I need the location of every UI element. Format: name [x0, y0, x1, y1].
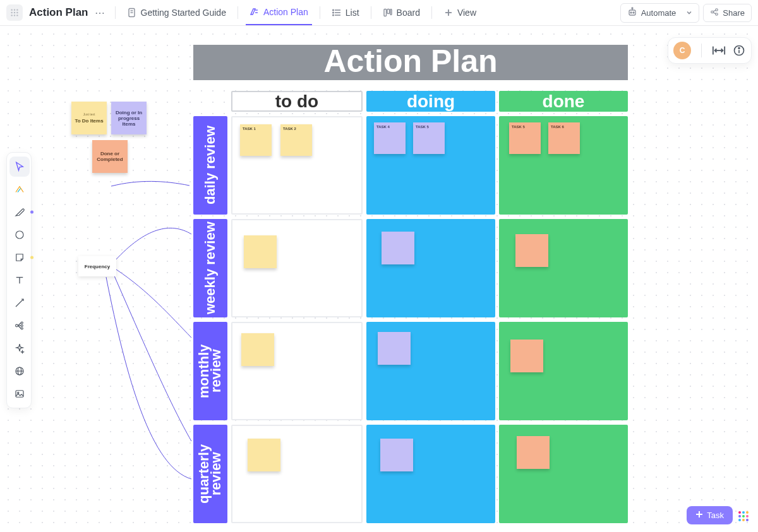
- sticky-task-2[interactable]: TASK 2: [280, 124, 312, 156]
- tool-mindmap[interactable]: [9, 316, 30, 336]
- action-plan-board: Action Plan to do doing done daily revie…: [193, 45, 628, 523]
- tool-shape[interactable]: [9, 225, 30, 245]
- topbar: Action Plan ⋯ Getting Started Guide Acti…: [0, 0, 758, 26]
- tab-label: View: [457, 8, 476, 18]
- tool-connector[interactable]: [9, 293, 30, 313]
- row-label-daily: daily review: [193, 116, 227, 215]
- cell-quarterly-doing[interactable]: [366, 425, 495, 523]
- tab-list[interactable]: List: [328, 0, 363, 25]
- tab-action-plan[interactable]: Action Plan: [246, 0, 312, 25]
- share-button[interactable]: Share: [703, 4, 752, 22]
- legend-todo-label: To Do Items: [75, 118, 103, 124]
- svg-point-38: [16, 324, 18, 327]
- list-icon: [332, 8, 342, 18]
- tab-getting-started[interactable]: Getting Started Guide: [123, 0, 230, 25]
- svg-point-19: [332, 15, 334, 16]
- svg-point-59: [742, 511, 745, 514]
- sticky-monthly-todo[interactable]: [241, 333, 274, 366]
- legend-doing-sticky[interactable]: Doing or In progress Items: [111, 102, 147, 134]
- cell-monthly-todo[interactable]: [231, 322, 363, 420]
- svg-rect-48: [16, 391, 23, 398]
- sticky-task-6[interactable]: TASK 6: [548, 122, 580, 154]
- svg-point-18: [332, 12, 334, 13]
- apps-grid-icon[interactable]: [737, 509, 750, 523]
- sticky-task-1[interactable]: TASK 1: [240, 124, 272, 156]
- task-button-label: Task: [707, 511, 724, 520]
- robot-icon: [627, 7, 637, 19]
- share-label: Share: [723, 8, 745, 18]
- new-task-button[interactable]: Task: [687, 506, 733, 524]
- legend-doing-label: Doing or In progress Items: [113, 110, 145, 127]
- tab-board[interactable]: Board: [379, 0, 424, 25]
- whiteboard-canvas[interactable]: Just text To Do Items Doing or In progre…: [0, 26, 758, 532]
- frequency-box[interactable]: Frequency: [78, 256, 116, 276]
- sticky-weekly-done[interactable]: [515, 234, 548, 267]
- legend-done-sticky[interactable]: Done or Completed: [92, 140, 128, 173]
- row-label-quarterly: quarterly review: [193, 425, 227, 523]
- info-icon[interactable]: [732, 44, 746, 57]
- svg-point-26: [630, 12, 632, 13]
- svg-rect-21: [387, 9, 390, 14]
- sticky-monthly-done[interactable]: [510, 340, 543, 372]
- tool-pen[interactable]: [9, 202, 30, 222]
- cell-quarterly-done[interactable]: [499, 425, 628, 523]
- cell-weekly-doing[interactable]: [366, 219, 495, 317]
- cell-monthly-done[interactable]: [499, 322, 628, 420]
- tool-sticky[interactable]: [9, 247, 30, 268]
- svg-point-64: [738, 519, 741, 521]
- row-quarterly: quarterly review: [193, 425, 628, 523]
- canvas-top-right-pill: C: [668, 37, 752, 64]
- svg-line-42: [18, 323, 21, 326]
- tool-select[interactable]: [9, 157, 30, 177]
- tool-web[interactable]: [9, 361, 30, 381]
- svg-point-41: [21, 328, 23, 329]
- tool-image[interactable]: [9, 384, 30, 404]
- sticky-weekly-todo[interactable]: [244, 235, 277, 268]
- cell-weekly-done[interactable]: [499, 219, 628, 317]
- more-options-icon[interactable]: ⋯: [95, 7, 105, 19]
- add-view[interactable]: View: [440, 0, 480, 25]
- app-grip-icon[interactable]: [6, 4, 23, 21]
- sticky-monthly-doing[interactable]: [378, 332, 411, 365]
- divider: [701, 44, 702, 57]
- legend-tiny-label: Just text: [83, 112, 95, 116]
- svg-point-61: [738, 515, 741, 517]
- svg-point-6: [11, 15, 12, 16]
- svg-point-55: [738, 47, 740, 49]
- svg-point-58: [738, 511, 741, 514]
- cell-weekly-todo[interactable]: [231, 219, 363, 317]
- svg-point-40: [21, 325, 23, 327]
- sticky-quarterly-todo[interactable]: [248, 439, 280, 471]
- tool-hand[interactable]: [9, 179, 30, 199]
- automate-button[interactable]: Automate: [620, 3, 700, 23]
- automate-label: Automate: [641, 8, 677, 18]
- svg-point-3: [11, 12, 12, 13]
- cell-daily-todo[interactable]: TASK 1 TASK 2: [231, 116, 363, 215]
- svg-point-27: [633, 12, 634, 13]
- fit-width-icon[interactable]: [712, 44, 726, 57]
- board-title: Action Plan: [193, 45, 628, 80]
- svg-rect-20: [384, 9, 387, 16]
- left-toolbar: [6, 152, 32, 408]
- share-icon: [710, 8, 719, 18]
- sticky-task-4[interactable]: TASK 4: [374, 122, 406, 154]
- cell-monthly-doing[interactable]: [366, 322, 495, 420]
- cell-quarterly-todo[interactable]: [231, 425, 363, 523]
- tool-ai[interactable]: [9, 338, 30, 358]
- legend-todo-sticky[interactable]: Just text To Do Items: [71, 102, 107, 134]
- sticky-quarterly-doing[interactable]: [380, 439, 413, 471]
- column-header-done: done: [499, 91, 628, 112]
- sticky-task-5b[interactable]: TASK 5: [509, 122, 541, 154]
- cell-daily-doing[interactable]: TASK 4 TASK 5: [366, 116, 495, 215]
- tab-label: Getting Started Guide: [141, 8, 226, 18]
- svg-point-60: [746, 511, 749, 514]
- sticky-task-5a[interactable]: TASK 5: [413, 122, 445, 154]
- column-header-doing: doing: [366, 91, 495, 112]
- sticky-quarterly-done[interactable]: [517, 436, 550, 469]
- sticky-weekly-doing[interactable]: [382, 232, 414, 264]
- avatar[interactable]: C: [673, 42, 691, 59]
- svg-point-4: [14, 12, 15, 13]
- tool-text[interactable]: [9, 270, 30, 290]
- cell-daily-done[interactable]: TASK 5 TASK 6: [499, 116, 628, 215]
- plus-icon: [443, 8, 454, 18]
